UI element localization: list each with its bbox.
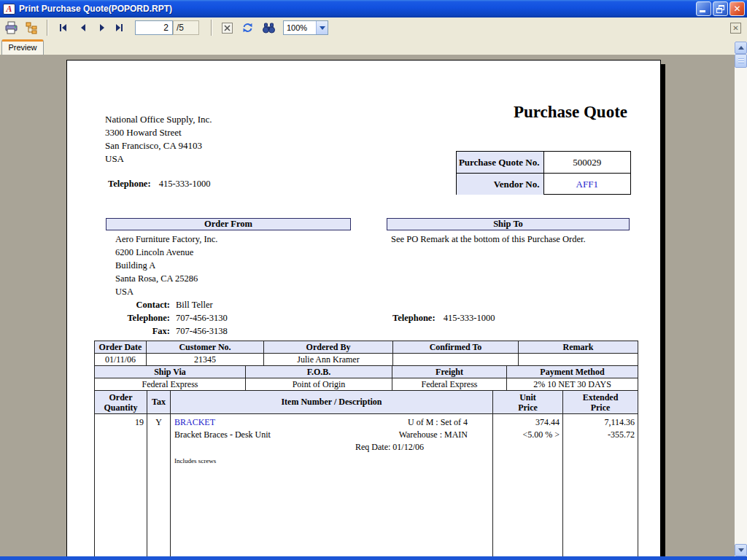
order-values-row: 01/11/06 21345 Julie Ann Kramer [95, 354, 638, 366]
previous-page-icon [78, 22, 90, 34]
first-page-button[interactable] [58, 22, 69, 34]
customer-no: 21345 [147, 354, 264, 365]
company-name: National Office Supply, Inc. [105, 113, 212, 126]
print-button[interactable] [4, 21, 19, 34]
minimize-button[interactable] [696, 1, 711, 16]
item-extended-price-cell: 7,114.36 -355.72 [563, 414, 638, 556]
previous-page-button[interactable] [78, 22, 90, 34]
item-header-row: Order Quantity Tax Item Number / Descrip… [95, 391, 638, 414]
ship-to-phone-row: Telephone: 415-333-1000 [392, 311, 495, 324]
company-street: 3300 Howard Street [105, 126, 212, 139]
ordered-by: Julie Ann Kramer [264, 354, 393, 365]
company-country: USA [105, 152, 212, 166]
zoom-dropdown-button[interactable] [316, 21, 328, 34]
extended-price: 7,114.36 [563, 416, 635, 429]
col-header: Order Quantity [95, 391, 147, 413]
toolbar: /5 100% [0, 18, 747, 38]
close-icon: ✕ [730, 3, 744, 15]
col-header: Extended Price [563, 391, 638, 413]
ship-to-header: Ship To [387, 218, 630, 230]
phone-label: Telephone: [108, 179, 151, 189]
order-header-row: Order Date Customer No. Ordered By Confi… [95, 341, 638, 354]
col-header: Unit Price [493, 391, 563, 413]
vendor-fax-row: Fax:707-456-3138 [67, 324, 381, 338]
col-header: Freight [392, 366, 507, 378]
col-header: Ordered By [264, 341, 393, 353]
col-header: F.O.B. [246, 366, 392, 378]
next-page-icon [96, 22, 107, 34]
ship-to-phone: 415-333-1000 [444, 313, 495, 323]
ship-header-row: Ship Via F.O.B. Freight Payment Method [95, 366, 638, 378]
tab-preview[interactable]: Preview [1, 39, 44, 55]
search-binoculars-icon [262, 23, 276, 34]
restore-button[interactable] [713, 1, 728, 16]
vendor-city: Santa Rosa, CA 25286 [115, 272, 217, 285]
col-header: Payment Method [507, 366, 638, 378]
toolbar-close-button[interactable]: ✕ [730, 23, 741, 34]
zoom-combobox[interactable]: 100% [283, 20, 328, 35]
discount-percent: <5.00 % > [493, 429, 560, 441]
vendor-number-label: Vendor No. [457, 174, 544, 195]
item-line-row: 19 Y BRACKET U of M : Set of 4 Bracket B… [95, 414, 638, 556]
toggle-group-tree-button[interactable] [25, 21, 39, 34]
company-phone: 415-333-1000 [159, 179, 211, 189]
vendor-building: Building A [115, 259, 217, 272]
item-number-link[interactable]: BRACKET [174, 416, 215, 429]
item-comment: Includes screws [171, 456, 492, 465]
col-header: Customer No. [147, 341, 264, 353]
app-icon: A [3, 4, 15, 15]
col-header: Confirmed To [393, 341, 519, 353]
vendor-number-value: AFF1 [544, 174, 630, 195]
item-tax-flag: Y [147, 414, 171, 556]
chevron-up-icon [738, 46, 744, 50]
item-unit-price-cell: 374.44 <5.00 % > [493, 414, 563, 556]
payment-method: 2% 10 NET 30 DAYS [507, 378, 638, 390]
item-description-cell: BRACKET U of M : Set of 4 Bracket Braces… [171, 414, 493, 556]
first-page-icon [58, 22, 69, 34]
page-number-input[interactable] [135, 20, 173, 35]
application-window: A Print Purchase Quote(POPORD.RPT) ✕ [0, 0, 747, 560]
col-header: Tax [147, 391, 171, 413]
zoom-value: 100% [284, 23, 316, 32]
stop-icon [222, 23, 233, 34]
vendor-street: 6200 Lincoln Avenue [115, 246, 217, 259]
next-page-button[interactable] [96, 22, 107, 34]
item-req-date: Req Date: 01/12/06 [171, 441, 492, 454]
close-button[interactable]: ✕ [729, 1, 745, 16]
scrollbar-thumb[interactable] [735, 54, 747, 68]
contact-row: Contact:Bill Teller [67, 298, 381, 311]
preview-area: National Office Supply, Inc. 3300 Howard… [0, 55, 747, 556]
remark [519, 354, 638, 365]
col-header: Order Date [95, 341, 147, 353]
minimize-icon [700, 10, 705, 12]
ship-to-note: See PO Remark at the bottom of this Purc… [391, 233, 586, 246]
item-quantity: 19 [95, 414, 147, 556]
vendor-country: USA [115, 285, 217, 298]
order-date: 01/11/06 [95, 354, 147, 365]
quote-number-value: 500029 [544, 152, 630, 173]
phone-label: Telephone: [392, 313, 436, 323]
quote-number-label: Purchase Quote No. [457, 152, 544, 173]
stop-button[interactable] [222, 23, 233, 34]
last-page-button[interactable] [113, 22, 125, 34]
chevron-down-icon [320, 26, 325, 30]
search-button[interactable] [262, 23, 276, 34]
company-address: National Office Supply, Inc. 3300 Howard… [105, 113, 212, 166]
fob: Point of Origin [246, 378, 392, 390]
tab-bar: Preview [0, 38, 747, 55]
scroll-down-button[interactable] [735, 544, 747, 556]
scroll-up-button[interactable] [735, 42, 747, 54]
vendor-phone: 707-456-3130 [176, 313, 228, 323]
ship-via: Federal Express [95, 378, 246, 390]
col-header: Ship Via [95, 366, 246, 378]
page-total-label: /5 [173, 20, 199, 35]
group-tree-icon [25, 21, 39, 34]
phone-label: Telephone: [67, 311, 170, 324]
freight: Federal Express [392, 378, 507, 390]
quote-number-box: Purchase Quote No. 500029 Vendor No. AFF… [456, 151, 631, 195]
vendor-phone-row: Telephone:707-456-3130 [67, 311, 381, 324]
print-icon [4, 21, 19, 34]
vertical-scrollbar[interactable] [735, 42, 747, 556]
last-page-icon [113, 22, 125, 34]
refresh-button[interactable] [241, 22, 254, 34]
